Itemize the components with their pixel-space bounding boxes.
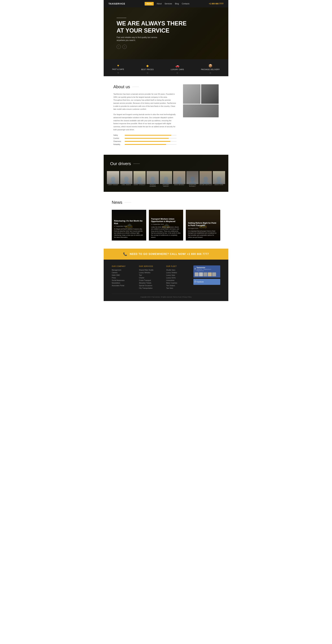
feature-dot-2 bbox=[147, 72, 148, 74]
skill-reliability: Reliability bbox=[113, 144, 177, 145]
phone-icon: 📞 bbox=[123, 252, 127, 256]
about-image-1 bbox=[183, 84, 200, 104]
cta-banner: 📞 NEED TO GO SOMEWHERE? CALL NOW! +1 800… bbox=[104, 248, 228, 260]
footer-top: OUR COMPANY ManagementCareersHello! DMCP… bbox=[112, 266, 220, 290]
driver-name-6: JONATHAN RUSSELL bbox=[186, 184, 199, 187]
footer-services-link[interactable]: Attraction Tickets bbox=[139, 282, 161, 284]
driver-item: 👤 DYLAN CASTILLO bbox=[199, 171, 212, 187]
news-grid: 🚕 Ridesharing: It's Not Worth the Risk 1… bbox=[112, 210, 220, 240]
footer-company-link[interactable]: Hello! DMC bbox=[112, 274, 134, 276]
feature-label-1: FAST & SAFE bbox=[112, 68, 124, 70]
news-body-2: It is important that all proper Point to… bbox=[188, 230, 218, 238]
driver-name-8: DAVID COOK bbox=[213, 184, 225, 186]
footer-fleet-link[interactable]: Taxi Sedans bbox=[166, 285, 188, 286]
feature-dot-1 bbox=[118, 72, 119, 74]
driver-photo-5: 👤 bbox=[173, 171, 185, 184]
hero-line-decoration bbox=[117, 18, 126, 18]
facebook-widget-1[interactable]: f Taxiservice Нравится · Подписаться · П… bbox=[193, 266, 220, 278]
feature-label-4: PACKAGE DELIVERY bbox=[201, 68, 220, 70]
driver-item: 👤 SEAN MENDEZ bbox=[173, 171, 185, 187]
driver-photo-1: 👤 bbox=[120, 171, 133, 184]
driver-item: 👤 ZACHARY HARVEY bbox=[160, 171, 172, 187]
news-body-1: Under the NSW drivers' agreement, driver… bbox=[151, 226, 181, 238]
about-left: About us TaxiService has been a taxicab … bbox=[113, 84, 177, 147]
footer-company-link[interactable]: Careers bbox=[112, 272, 134, 274]
footer-company-link[interactable]: Newsletters bbox=[112, 282, 134, 284]
facebook-logo-icon-2: f bbox=[195, 280, 195, 284]
news-overlay-0: Ridesharing: It's Not Worth the Risk 17 … bbox=[112, 218, 146, 240]
skill-label-reliability: Reliability bbox=[113, 144, 123, 145]
footer-services-link[interactable]: Special Occasions bbox=[139, 285, 161, 286]
fb-page-name: Taxiservice bbox=[196, 267, 219, 268]
hero-arrows: ‹ › bbox=[117, 45, 187, 49]
news-card[interactable]: 🚕 Ridesharing: It's Not Worth the Risk 1… bbox=[112, 210, 146, 240]
footer-company-link[interactable]: Social Awareness bbox=[112, 280, 134, 281]
footer-services-link[interactable]: Taxi bbox=[139, 274, 161, 276]
footer-fleet-link[interactable]: Luxury Sedans bbox=[166, 272, 188, 274]
footer-fleet-link[interactable]: Shuttle Vans bbox=[166, 269, 188, 271]
news-headline-0: Ridesharing: It's Not Worth the Risk bbox=[114, 220, 144, 225]
footer: OUR COMPANY ManagementCareersHello! DMCP… bbox=[104, 260, 228, 301]
driver-name-7: DYLAN CASTILLO bbox=[199, 184, 212, 186]
about-text-1: TaxiService has been a taxicab service p… bbox=[113, 92, 177, 111]
header-phone: +1 800 666 7777 bbox=[209, 2, 223, 5]
nav-blog[interactable]: Blog bbox=[175, 2, 179, 5]
footer-company-link[interactable]: Associates Portal bbox=[112, 285, 134, 286]
news-headline-1: Transport Workers Union Opportunism is M… bbox=[151, 218, 181, 223]
skills-section: Safety Comfort Cleanness Reliability bbox=[113, 134, 177, 145]
feature-luxury-cars: 🚗 LUXURY CARS bbox=[171, 64, 184, 74]
footer-fleet-link[interactable]: Luxury Vans bbox=[166, 274, 188, 276]
footer-company-link[interactable]: Press bbox=[112, 277, 134, 279]
prev-arrow[interactable]: ‹ bbox=[117, 45, 121, 49]
fb-faces bbox=[195, 272, 219, 276]
footer-services-title: OUR SERVICES bbox=[139, 266, 161, 267]
feature-label-2: BEST PRICES bbox=[141, 68, 154, 70]
footer-company-link[interactable]: Management bbox=[112, 269, 134, 271]
navigation: Home About Services Blog Contacts bbox=[145, 2, 189, 6]
about-section: About us TaxiService has been a taxicab … bbox=[104, 76, 228, 155]
nav-about[interactable]: About bbox=[157, 2, 162, 5]
driver-name-4: ZACHARY HARVEY bbox=[160, 184, 172, 187]
heart-icon: ♥ bbox=[117, 64, 119, 68]
news-overlay-2: Getting Reform Right for Point to Point … bbox=[186, 220, 220, 241]
skill-bar-cleanness bbox=[125, 141, 170, 142]
about-right bbox=[183, 84, 219, 147]
facebook-logo-icon: f bbox=[195, 268, 195, 271]
news-card[interactable]: 🚕 Transport Workers Union Opportunism is… bbox=[149, 210, 183, 240]
news-title: News bbox=[112, 200, 220, 205]
drivers-title: Our drivers bbox=[107, 161, 225, 166]
driver-photo-8: 👤 bbox=[213, 171, 225, 184]
nav-contacts[interactable]: Contacts bbox=[182, 2, 189, 5]
footer-fleet-link[interactable]: Limousines bbox=[166, 280, 188, 281]
footer-services-link[interactable]: Shared Ride Shuttle bbox=[139, 269, 161, 271]
cta-text: NEED TO GO SOMEWHERE? CALL NOW! +1 800 6… bbox=[130, 253, 209, 256]
facebook-widget-2[interactable]: f Facebook bbox=[193, 279, 220, 285]
footer-services-link[interactable]: Luxury Vehicles bbox=[139, 272, 161, 274]
drivers-grid: 👤 LARRY KNIGHT 👤 CARL RAMOS 👤 HARRY STAN… bbox=[107, 171, 225, 187]
footer-fleet-link[interactable]: Luxury SUVs bbox=[166, 277, 188, 279]
drivers-section: Our drivers 👤 LARRY KNIGHT 👤 CARL RAMOS … bbox=[104, 155, 228, 192]
skill-label-comfort: Comfort bbox=[113, 138, 123, 139]
skill-label-cleanness: Cleanness bbox=[113, 140, 123, 142]
footer-fleet-link[interactable]: Motor Coaches bbox=[166, 282, 188, 284]
footer-fleet-link[interactable]: Taxi Vans bbox=[166, 287, 188, 289]
footer-services-link[interactable]: City Transportation bbox=[139, 287, 161, 289]
copyright-text: Copyright 2015 © Taxi service. All right… bbox=[140, 296, 192, 298]
footer-services-link[interactable]: Charter bbox=[139, 277, 161, 279]
driver-photo-2: 👤 bbox=[133, 171, 146, 184]
news-card[interactable]: 🚕 Getting Reform Right for Point to Poin… bbox=[186, 210, 220, 240]
driver-name-5: SEAN MENDEZ bbox=[173, 184, 185, 186]
driver-photo-0: 👤 bbox=[107, 171, 119, 184]
footer-fleet-title: OUR FLEET bbox=[166, 266, 188, 267]
tag-icon: ◆ bbox=[146, 64, 149, 68]
fb-face-3 bbox=[203, 272, 207, 276]
fb-face-1 bbox=[195, 272, 199, 276]
nav-home[interactable]: Home bbox=[145, 2, 154, 6]
driver-name-3: RONALD HOWARD bbox=[147, 184, 159, 187]
nav-services[interactable]: Services bbox=[165, 2, 172, 5]
skill-cleanness: Cleanness bbox=[113, 140, 177, 142]
footer-services-link[interactable]: Cruise Transport bbox=[139, 280, 161, 281]
next-arrow[interactable]: › bbox=[122, 45, 127, 49]
driver-photo-3: 👤 bbox=[147, 171, 159, 184]
driver-name-2: HARRY STANLEY bbox=[133, 184, 146, 186]
